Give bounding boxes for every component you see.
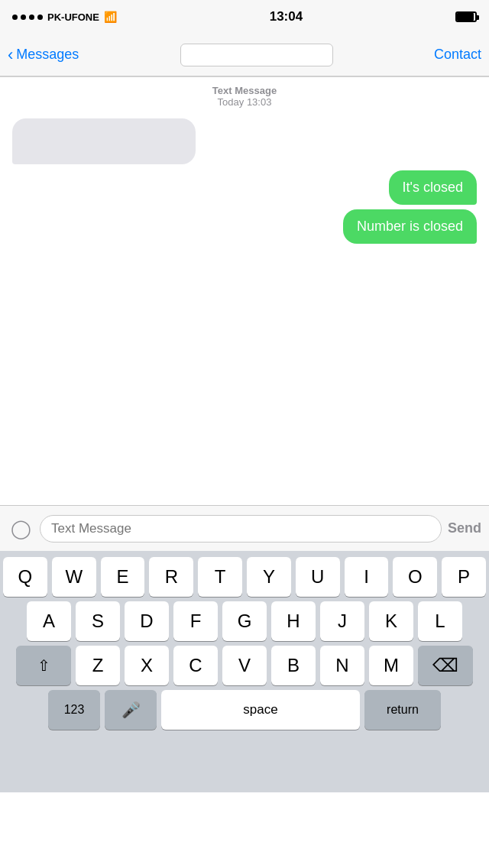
wifi-icon: 📶 [104, 11, 117, 23]
key-B[interactable]: B [271, 646, 316, 685]
sent-bubble-2-content: Number is closed [343, 209, 477, 244]
key-M[interactable]: M [369, 646, 413, 685]
shift-icon: ⇧ [37, 656, 50, 675]
key-C[interactable]: C [173, 646, 218, 685]
carrier-label: PK-UFONE [47, 11, 99, 23]
battery-fill [457, 13, 474, 21]
sent-bubble-1: It's closed [12, 170, 477, 205]
key-E[interactable]: E [101, 557, 145, 597]
dot4 [37, 15, 43, 20]
chevron-left-icon: ‹ [8, 45, 13, 65]
back-label: Messages [16, 47, 79, 63]
status-left: PK-UFONE 📶 [12, 11, 117, 23]
message-header: Text Message Today 13:03 [12, 85, 477, 108]
key-K[interactable]: K [369, 601, 413, 641]
numbers-key[interactable]: 123 [48, 690, 100, 730]
key-R[interactable]: R [149, 557, 193, 597]
key-A[interactable]: A [27, 601, 71, 641]
key-O[interactable]: O [393, 557, 437, 597]
key-J[interactable]: J [320, 601, 364, 641]
shift-key[interactable]: ⇧ [16, 646, 71, 685]
key-D[interactable]: D [125, 601, 169, 641]
key-N[interactable]: N [320, 646, 364, 685]
dot3 [29, 15, 34, 20]
keyboard-bottom-row: 123 🎤 space return [3, 690, 486, 730]
key-F[interactable]: F [173, 601, 218, 641]
message-type-label: Text Message [12, 85, 477, 96]
received-bubble [12, 118, 477, 164]
key-U[interactable]: U [296, 557, 340, 597]
keyboard: Q W E R T Y U I O P A S D F G H J K L ⇧ [0, 551, 489, 792]
key-L[interactable]: L [418, 601, 462, 641]
key-Z[interactable]: Z [76, 646, 120, 685]
message-input[interactable] [40, 515, 442, 542]
send-button[interactable]: Send [448, 520, 481, 536]
dot2 [21, 15, 26, 20]
contact-button[interactable]: Contact [434, 47, 481, 63]
dot1 [12, 15, 18, 20]
return-key[interactable]: return [364, 690, 441, 730]
status-time: 13:04 [270, 9, 303, 24]
search-input[interactable] [180, 44, 333, 66]
key-P[interactable]: P [442, 557, 486, 597]
sent-bubble-2: Number is closed [12, 209, 477, 244]
back-button[interactable]: ‹ Messages [8, 45, 79, 65]
keyboard-row-2: A S D F G H J K L [3, 601, 486, 641]
signal-dots [12, 15, 43, 20]
space-key[interactable]: space [161, 690, 360, 730]
key-S[interactable]: S [76, 601, 120, 641]
key-Q[interactable]: Q [3, 557, 47, 597]
delete-key[interactable]: ⌫ [418, 646, 473, 685]
status-bar: PK-UFONE 📶 13:04 [0, 0, 489, 34]
keyboard-row-3: ⇧ Z X C V B N M ⌫ [3, 646, 486, 685]
key-I[interactable]: I [345, 557, 389, 597]
key-X[interactable]: X [125, 646, 169, 685]
battery-icon [455, 11, 477, 22]
keyboard-rows: Q W E R T Y U I O P A S D F G H J K L ⇧ [0, 551, 489, 730]
key-V[interactable]: V [222, 646, 267, 685]
input-area: ◯ Send [0, 505, 489, 551]
keyboard-row-1: Q W E R T Y U I O P [3, 557, 486, 597]
status-right [455, 11, 477, 22]
message-datetime: Today 13:03 [12, 96, 477, 108]
key-Y[interactable]: Y [247, 557, 291, 597]
camera-icon[interactable]: ◯ [8, 518, 34, 539]
key-H[interactable]: H [271, 601, 316, 641]
key-W[interactable]: W [52, 557, 96, 597]
key-G[interactable]: G [222, 601, 267, 641]
key-T[interactable]: T [198, 557, 242, 597]
messages-area: Text Message Today 13:03 It's closed Num… [0, 77, 489, 505]
microphone-key[interactable]: 🎤 [105, 690, 157, 730]
nav-bar: ‹ Messages Contact [0, 34, 489, 76]
received-bubble-content [12, 118, 196, 164]
sent-bubble-1-content: It's closed [389, 170, 477, 205]
